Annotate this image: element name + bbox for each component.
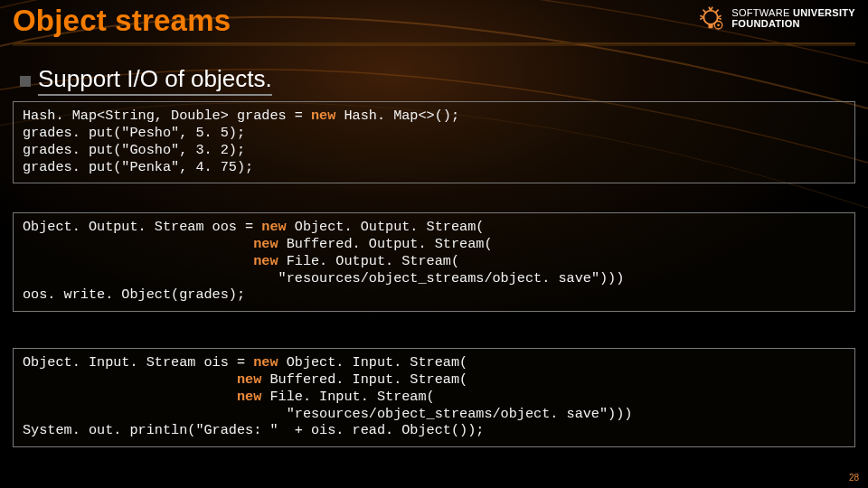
- brand-line1-b: UNIVERSITY: [793, 7, 855, 18]
- page-number: 28: [849, 473, 859, 483]
- code-block-1: Hash. Map<String, Double> grades = new H…: [13, 101, 855, 183]
- code-block-3: Object. Input. Stream ois = new Object. …: [13, 348, 855, 447]
- brand-line2: FOUNDATION: [731, 19, 855, 30]
- brand-line1-a: SOFTWARE: [731, 7, 793, 18]
- svg-point-3: [717, 23, 720, 26]
- bullet-text: Support I/O of objects.: [38, 65, 272, 96]
- lightbulb-gear-icon: [695, 4, 726, 34]
- slide-title: Object streams: [13, 4, 231, 38]
- bullet-item: Support I/O of objects.: [20, 65, 272, 96]
- svg-rect-1: [709, 23, 713, 28]
- title-underline: [13, 42, 855, 44]
- code-block-2: Object. Output. Stream oos = new Object.…: [13, 212, 855, 312]
- bullet-square-icon: [20, 76, 31, 87]
- brand-logo: SOFTWARE UNIVERSITY FOUNDATION: [695, 4, 855, 34]
